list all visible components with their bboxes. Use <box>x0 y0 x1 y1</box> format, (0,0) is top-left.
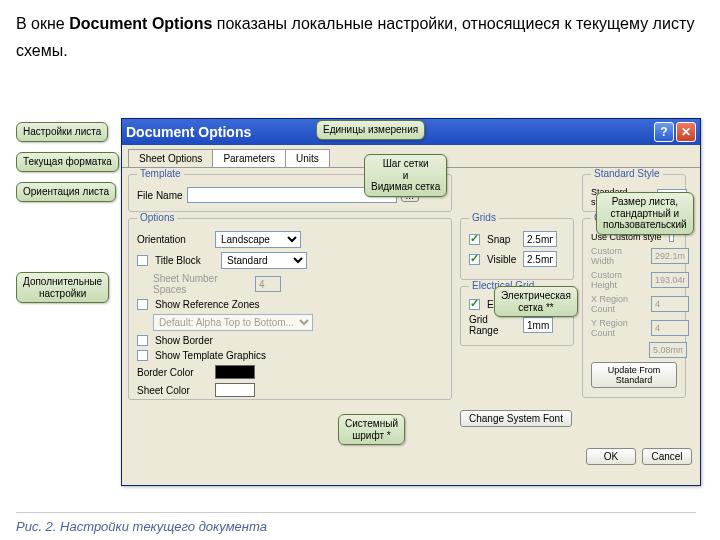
group-label: Standard Style <box>591 168 663 179</box>
refdefault-select: Default: Alpha Top to Bottom... <box>153 314 313 331</box>
group-label: Grids <box>469 212 499 223</box>
group-label: Template <box>137 168 184 179</box>
xr-label: X Region Count <box>591 294 647 314</box>
group-options: Options Orientation Landscape Title Bloc… <box>128 218 452 400</box>
titleblock-select[interactable]: Standard <box>221 252 307 269</box>
callout-template: Текущая форматка <box>16 152 119 172</box>
callout-units: Единицы измерения <box>316 120 425 140</box>
snap-label: Snap <box>487 234 519 245</box>
visible-input[interactable] <box>523 251 557 267</box>
callout-sheet-settings: Настройки листа <box>16 122 108 142</box>
yr-input <box>651 320 689 336</box>
showref-checkbox[interactable] <box>137 299 148 310</box>
orientation-select[interactable]: Landscape <box>215 231 301 248</box>
cancel-button[interactable]: Cancel <box>642 448 692 465</box>
bordercolor-swatch[interactable] <box>215 365 255 379</box>
snap-checkbox[interactable] <box>469 234 480 245</box>
change-system-font-button[interactable]: Change System Font <box>460 410 572 427</box>
window-title: Document Options <box>126 124 251 140</box>
cw-label: Custom Width <box>591 246 647 266</box>
titleblock-label: Title Block <box>155 255 217 266</box>
visible-checkbox[interactable] <box>469 254 480 265</box>
tab-parameters[interactable]: Parameters <box>212 149 286 167</box>
group-custom-style: Custom Style Use Custom style Custom Wid… <box>582 218 686 398</box>
margin-input <box>649 342 687 358</box>
callout-orientation: Ориентация листа <box>16 182 116 202</box>
callout-size: Размер листа, стандартный и пользователь… <box>596 192 694 235</box>
egrid-range-label: Grid Range <box>469 314 519 336</box>
sheetcolor-swatch[interactable] <box>215 383 255 397</box>
tab-units[interactable]: Units <box>285 149 330 167</box>
showtpl-label: Show Template Graphics <box>155 350 266 361</box>
close-button[interactable]: ✕ <box>676 122 696 142</box>
group-label: Options <box>137 212 177 223</box>
bordercolor-label: Border Color <box>137 367 211 378</box>
callout-font: Системный шрифт * <box>338 414 405 445</box>
sheetnum-label: Sheet Number Spaces <box>137 273 251 295</box>
snap-input[interactable] <box>523 231 557 247</box>
update-from-standard-button[interactable]: Update From Standard <box>591 362 677 388</box>
sheetnum-input <box>255 276 281 292</box>
titleblock-checkbox[interactable] <box>137 255 148 266</box>
sheetcolor-label: Sheet Color <box>137 385 211 396</box>
ch-label: Custom Height <box>591 270 647 290</box>
showborder-checkbox[interactable] <box>137 335 148 346</box>
showref-label: Show Reference Zones <box>155 299 260 310</box>
callout-grid: Шаг сетки и Видимая сетка <box>364 154 447 197</box>
egrid-range-input[interactable] <box>523 317 553 333</box>
visible-label: Visible <box>487 254 519 265</box>
orientation-label: Orientation <box>137 234 211 245</box>
group-grids: Grids Snap Visible <box>460 218 574 280</box>
showtpl-checkbox[interactable] <box>137 350 148 361</box>
xr-input <box>651 296 689 312</box>
cw-input <box>651 248 689 264</box>
ch-input <box>651 272 689 288</box>
egrid-enable-checkbox[interactable] <box>469 299 480 310</box>
ok-button[interactable]: OK <box>586 448 636 465</box>
showborder-label: Show Border <box>155 335 213 346</box>
callout-egrid: Электрическая сетка ** <box>494 286 578 317</box>
help-button[interactable]: ? <box>654 122 674 142</box>
intro-text: В окне Document Options показаны локальн… <box>0 0 720 72</box>
callout-extra: Дополнительные настройки <box>16 272 109 303</box>
tab-sheet-options[interactable]: Sheet Options <box>128 149 213 167</box>
figure-caption: Рис. 2. Настройки текущего документа <box>16 512 696 534</box>
yr-label: Y Region Count <box>591 318 647 338</box>
filename-label: File Name <box>137 190 183 201</box>
